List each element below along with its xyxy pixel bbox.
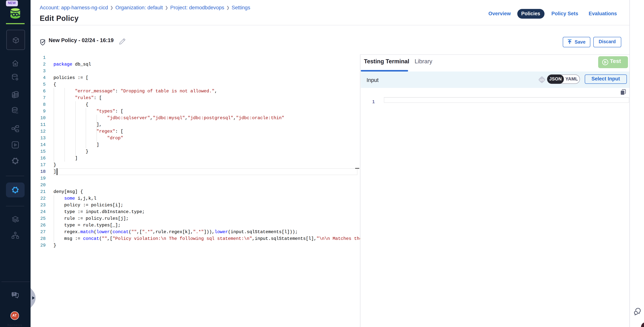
svg-text:</>: </> xyxy=(540,78,544,82)
svg-text:?: ? xyxy=(13,292,15,296)
